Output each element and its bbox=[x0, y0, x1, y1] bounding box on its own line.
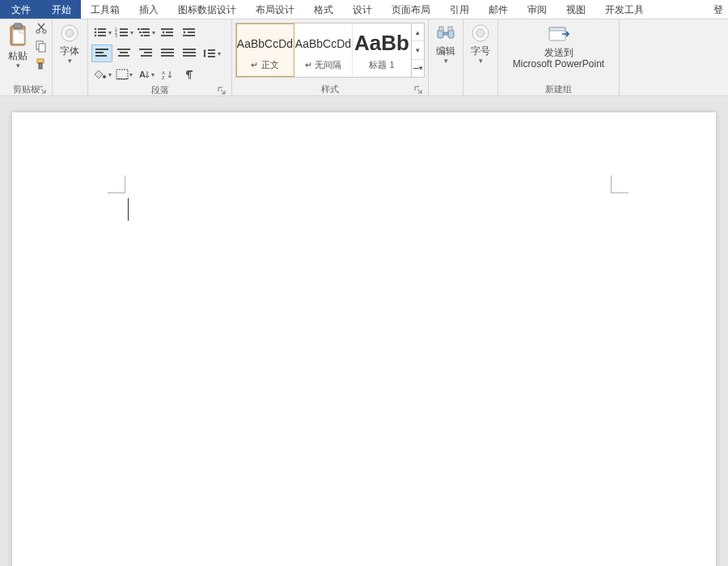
gallery-more[interactable]: ▾ bbox=[412, 60, 424, 77]
tab-view[interactable]: 视图 bbox=[557, 0, 595, 19]
align-justify-button[interactable] bbox=[157, 44, 178, 62]
svg-rect-68 bbox=[549, 27, 565, 31]
align-right-button[interactable] bbox=[135, 44, 156, 62]
gallery-row-down[interactable]: ▾ bbox=[412, 41, 424, 59]
fontsize-button[interactable]: 字号 ▾ bbox=[467, 21, 494, 66]
gallery-row-up[interactable]: ▴ bbox=[412, 23, 424, 41]
bullets-button[interactable]: ▾ bbox=[91, 23, 112, 41]
align-left-button[interactable] bbox=[91, 44, 112, 62]
group-fontsize: 字号 ▾ bbox=[463, 19, 498, 95]
group-clipboard-label: 剪贴板 bbox=[3, 82, 49, 95]
tab-review[interactable]: 审阅 bbox=[518, 0, 557, 19]
svg-rect-34 bbox=[183, 35, 195, 36]
cut-button[interactable] bbox=[34, 21, 49, 36]
svg-rect-12 bbox=[98, 28, 106, 30]
tab-file[interactable]: 文件 bbox=[0, 0, 42, 19]
tab-developer[interactable]: 开发工具 bbox=[595, 0, 654, 19]
svg-rect-28 bbox=[144, 35, 150, 36]
tab-design[interactable]: 设计 bbox=[343, 0, 382, 19]
svg-point-15 bbox=[94, 35, 96, 37]
svg-rect-56 bbox=[116, 78, 128, 79]
svg-point-54 bbox=[103, 75, 106, 78]
editing-button[interactable]: 编辑 ▾ bbox=[432, 21, 459, 66]
svg-point-11 bbox=[94, 28, 96, 31]
send-to-sublabel: Microsoft PowerPoint bbox=[513, 58, 604, 70]
svg-rect-47 bbox=[183, 49, 196, 50]
fontsize-label: 字号 bbox=[471, 45, 490, 57]
font-button[interactable]: 字体 ▾ bbox=[56, 21, 83, 66]
increase-indent-button[interactable] bbox=[179, 23, 200, 41]
style-preview: AaBbCcDd bbox=[237, 30, 293, 57]
svg-rect-46 bbox=[161, 55, 174, 57]
format-painter-button[interactable] bbox=[34, 57, 49, 71]
chevron-down-icon: ▾ bbox=[479, 57, 483, 65]
binoculars-icon bbox=[435, 23, 456, 44]
tab-format[interactable]: 格式 bbox=[304, 0, 343, 19]
svg-rect-32 bbox=[183, 28, 195, 30]
show-marks-button[interactable] bbox=[179, 65, 200, 83]
fontsize-icon bbox=[470, 23, 491, 44]
svg-rect-38 bbox=[117, 49, 130, 50]
style-preview: AaBb bbox=[354, 30, 409, 57]
tab-login[interactable]: 登 bbox=[704, 0, 728, 19]
svg-point-10 bbox=[66, 29, 74, 37]
chevron-down-icon: ▾ bbox=[68, 57, 72, 65]
group-paragraph: ▾ 123▾ ▾ ▾ ▾ ▾ A▾ bbox=[88, 19, 232, 95]
align-center-button[interactable] bbox=[113, 44, 134, 62]
svg-point-4 bbox=[43, 30, 46, 33]
svg-rect-6 bbox=[39, 44, 45, 52]
svg-rect-49 bbox=[183, 55, 196, 57]
line-spacing-button[interactable]: ▾ bbox=[201, 44, 222, 62]
paste-button[interactable]: 粘贴 ▾ bbox=[3, 21, 32, 71]
svg-rect-30 bbox=[166, 32, 173, 33]
tab-mail[interactable]: 邮件 bbox=[479, 0, 518, 19]
group-styles: AaBbCcDd ↵ 正文 AaBbCcDd ↵ 无间隔 AaBb 标题 1 ▴… bbox=[232, 19, 429, 95]
svg-rect-2 bbox=[13, 30, 24, 44]
copy-button[interactable] bbox=[34, 39, 49, 53]
format-painter-icon bbox=[35, 57, 48, 70]
svg-text:A: A bbox=[139, 70, 146, 79]
style-item-nospacing[interactable]: AaBbCcDd ↵ 无间隔 bbox=[294, 23, 353, 77]
dialog-launcher-clipboard[interactable] bbox=[36, 84, 47, 95]
tab-pagelayout[interactable]: 页面布局 bbox=[382, 0, 440, 19]
svg-rect-18 bbox=[120, 28, 128, 30]
svg-point-66 bbox=[476, 29, 485, 37]
svg-rect-36 bbox=[95, 52, 104, 53]
scissors-icon bbox=[35, 22, 48, 35]
borders-button[interactable]: ▾ bbox=[113, 65, 134, 83]
svg-point-3 bbox=[36, 30, 40, 33]
multilevel-list-button[interactable]: ▾ bbox=[135, 23, 156, 41]
svg-rect-48 bbox=[183, 52, 196, 53]
font-label: 字体 bbox=[60, 45, 79, 57]
svg-rect-33 bbox=[188, 32, 195, 33]
send-to-powerpoint-button[interactable]: 发送到 Microsoft PowerPoint bbox=[502, 21, 616, 71]
svg-point-13 bbox=[94, 32, 96, 34]
tab-references[interactable]: 引用 bbox=[440, 0, 479, 19]
ribbon: 粘贴 ▾ bbox=[0, 19, 728, 96]
tab-home[interactable]: 开始 bbox=[42, 0, 81, 19]
dialog-launcher-paragraph[interactable] bbox=[216, 85, 226, 95]
svg-rect-41 bbox=[139, 49, 152, 50]
text-direction-button[interactable]: A▾ bbox=[135, 65, 156, 83]
tab-insert[interactable]: 插入 bbox=[129, 0, 168, 19]
tab-toolbox[interactable]: 工具箱 bbox=[81, 0, 129, 19]
align-distributed-button[interactable] bbox=[179, 44, 200, 62]
svg-rect-14 bbox=[98, 32, 106, 33]
svg-rect-24 bbox=[141, 28, 150, 30]
tab-layoutdesign[interactable]: 布局设计 bbox=[246, 0, 304, 19]
group-newgroup-label: 新建组 bbox=[502, 82, 616, 95]
style-item-normal[interactable]: AaBbCcDd ↵ 正文 bbox=[236, 23, 294, 77]
sort-button[interactable]: AZ bbox=[157, 65, 178, 83]
margin-corner-top-left bbox=[108, 175, 125, 193]
style-item-heading1[interactable]: AaBb 标题 1 bbox=[353, 23, 411, 77]
svg-text:3: 3 bbox=[115, 33, 117, 38]
group-newgroup: 发送到 Microsoft PowerPoint 新建组 bbox=[498, 19, 620, 95]
tab-icondata[interactable]: 图标数据设计 bbox=[168, 0, 246, 19]
shading-button[interactable]: ▾ bbox=[91, 65, 112, 83]
page[interactable] bbox=[12, 112, 716, 566]
decrease-indent-button[interactable] bbox=[157, 23, 178, 41]
numbering-button[interactable]: 123▾ bbox=[113, 23, 134, 41]
dialog-launcher-styles[interactable] bbox=[413, 84, 423, 95]
styles-gallery: AaBbCcDd ↵ 正文 AaBbCcDd ↵ 无间隔 AaBb 标题 1 ▴… bbox=[235, 23, 425, 78]
style-name-label: 标题 1 bbox=[369, 59, 394, 71]
